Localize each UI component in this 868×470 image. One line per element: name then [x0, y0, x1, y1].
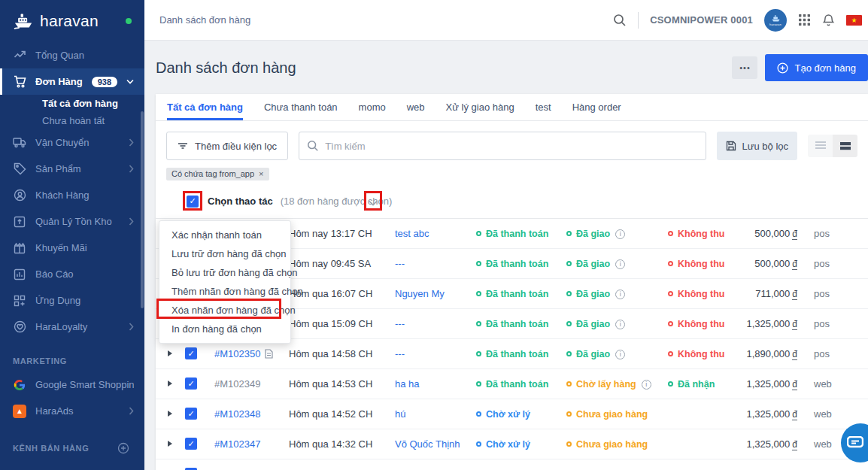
expand-caret-icon[interactable] [168, 441, 172, 447]
order-date: Hôm qua 14:52 CH [278, 408, 384, 420]
row-checkbox[interactable]: ✓ [185, 347, 197, 359]
customer-link[interactable]: --- [384, 348, 466, 359]
payment-status: Đã thanh toán [476, 379, 548, 390]
status-ring-icon [668, 291, 673, 296]
cod-status: Không thu [668, 259, 724, 269]
customer-link[interactable]: ha ha [384, 378, 466, 390]
tab-chua-thanh-toan[interactable]: Chưa thanh toán [264, 94, 338, 120]
payment-status: Đã thanh toán [476, 289, 548, 299]
sidebar-item-google-smart-shopping[interactable]: Google Smart Shopping [0, 371, 144, 398]
sidebar-item-bao-cao[interactable]: Báo Cáo [0, 261, 144, 287]
sidebar-item-san-pham[interactable]: Sản Phẩm [0, 156, 144, 182]
bell-icon[interactable] [822, 14, 835, 27]
customer-link[interactable]: Nguyen My [384, 288, 466, 299]
menu-item-bo-luu-tru-don-hang[interactable]: Bỏ lưu trữ đơn hàng đã chọn [159, 263, 290, 282]
info-icon[interactable]: i [615, 290, 625, 299]
status-ring-icon [668, 351, 673, 356]
cod-status: Không thu [668, 289, 724, 299]
haraads-icon: ▲ [13, 405, 26, 418]
vietnam-flag-icon[interactable]: ★ [846, 15, 862, 26]
customer-link[interactable]: hú [384, 408, 466, 420]
sidebar-item-tong-quan[interactable]: Tổng Quan [0, 42, 144, 68]
sidebar-item-haraloyalty[interactable]: HaraLoyalty [0, 314, 144, 340]
order-date: Hôm qua 14:32 CH [278, 438, 384, 450]
expand-caret-icon[interactable] [168, 411, 172, 417]
page-title: Danh sách đơn hàng [156, 59, 732, 77]
row-checkbox[interactable]: ✓ [185, 438, 197, 450]
info-icon[interactable]: i [615, 259, 625, 269]
topbar-divider [638, 12, 639, 29]
menu-item-xac-nhan-thanh-toan[interactable]: Xác nhận thanh toán [159, 226, 290, 244]
create-order-button[interactable]: Tạo đơn hàng [765, 54, 868, 81]
list-view-button[interactable] [808, 135, 833, 157]
fulfillment-status: Chờ lấy hàng [566, 379, 636, 390]
more-options-button[interactable]: ••• [732, 56, 757, 79]
tab-web[interactable]: web [407, 94, 425, 120]
sidebar-scrollbar-thumb[interactable] [141, 111, 144, 308]
bulk-actions-label[interactable]: Chọn thao tác [208, 196, 273, 207]
select-all-checkbox[interactable]: ✓ [187, 196, 199, 208]
menu-item-them-nhan-don-hang[interactable]: Thêm nhãn đơn hàng đã chọn [159, 282, 290, 301]
sidebar-item-chua-hoan-tat[interactable]: Chưa hoàn tất [0, 112, 144, 129]
sidebar-item-haraads[interactable]: ▲ HaraAds [0, 398, 144, 424]
expand-caret-icon[interactable] [168, 350, 172, 356]
tab-tat-ca-don-hang[interactable]: Tất cả đơn hàng [167, 94, 243, 120]
order-id-link[interactable]: #M102350 [204, 348, 278, 359]
sidebar-item-khach-hang[interactable]: Khách Hàng [0, 182, 144, 208]
menu-item-luu-tru-don-hang[interactable]: Lưu trữ đơn hàng đã chọn [159, 244, 290, 263]
add-filter-button[interactable]: Thêm điều kiện lọc [166, 132, 288, 160]
status-ring-icon [476, 351, 481, 356]
order-total: 711,000đ [742, 288, 802, 299]
page-head: Danh sách đơn hàng ••• Tạo đơn hàng [144, 41, 868, 94]
sidebar-item-tat-ca-don-hang[interactable]: Tất cả đơn hàng [0, 95, 144, 112]
order-id-link[interactable]: #M102347 [204, 438, 278, 450]
sidebar-item-van-chuyen[interactable]: Vận Chuyển [0, 129, 144, 156]
currency-symbol: đ [792, 439, 797, 450]
bulk-actions-chevron-down-icon[interactable] [368, 196, 378, 210]
brand-name: haravan [40, 12, 99, 30]
row-checkbox[interactable]: ✓ [185, 378, 197, 390]
info-icon[interactable]: i [615, 320, 625, 329]
avatar[interactable]: haravan [764, 9, 787, 32]
row-checkbox[interactable]: ✓ [185, 408, 197, 420]
customer-link[interactable]: Võ Quốc Thịnh [384, 438, 466, 450]
sales-channel: web [802, 378, 868, 390]
tab-momo[interactable]: momo [359, 94, 386, 120]
info-icon[interactable]: i [642, 380, 651, 390]
status-ring-icon [476, 381, 481, 387]
save-filter-button[interactable]: Lưu bộ lọc [717, 132, 797, 160]
fulfillment-status: Chưa giao hàng [566, 439, 648, 450]
customer-link[interactable]: test abc [384, 228, 466, 239]
info-icon[interactable]: i [615, 229, 625, 239]
status-ring-icon [476, 441, 481, 447]
add-channel-plus-icon[interactable] [117, 442, 129, 454]
sidebar-item-don-hang[interactable]: Đơn Hàng 938 [0, 68, 144, 95]
menu-item-in-don-hang[interactable]: In đơn hàng đã chọn [159, 320, 290, 338]
payment-status: Đã thanh toán [476, 319, 548, 329]
order-row: ✓ #M102348 Hôm qua 14:52 CH hú Chờ xử lý… [156, 399, 868, 429]
search-input[interactable] [325, 141, 697, 152]
customer-link[interactable]: --- [384, 318, 466, 329]
apps-grid-icon[interactable] [798, 14, 811, 26]
info-icon[interactable]: i [615, 350, 625, 359]
order-id-link[interactable]: #M102348 [204, 408, 278, 420]
order-id-link[interactable]: #M102349 [204, 378, 278, 390]
remove-tag-icon[interactable]: × [259, 170, 263, 178]
tab-test[interactable]: test [536, 94, 551, 120]
sidebar-item-ung-dung[interactable]: Ứng Dụng [0, 287, 144, 314]
account-name[interactable]: CSOMNIPOWER 0001 [650, 14, 753, 26]
brand-logo[interactable]: haravan [0, 0, 144, 42]
customer-link[interactable]: --- [384, 258, 466, 269]
expand-caret-icon[interactable] [168, 381, 172, 387]
sidebar-item-quan-ly-ton-kho[interactable]: Quản Lý Tồn Kho [0, 208, 144, 235]
tab-xu-ly-giao-hang[interactable]: Xử lý giao hàng [446, 94, 514, 120]
search-icon[interactable] [613, 14, 627, 27]
menu-item-xoa-nhan-don-hang[interactable]: Xóa nhãn đơn hàng đã chọn [159, 301, 290, 320]
cod-status: Đã nhận [668, 379, 715, 390]
sidebar-item-khuyen-mai[interactable]: Khuyến Mãi [0, 235, 144, 261]
compact-view-button[interactable] [833, 135, 857, 157]
chevron-right-icon [129, 138, 134, 147]
currency-symbol: đ [792, 409, 797, 420]
status-ring-icon [566, 321, 572, 326]
tab-hang-order[interactable]: Hàng order [572, 94, 621, 120]
